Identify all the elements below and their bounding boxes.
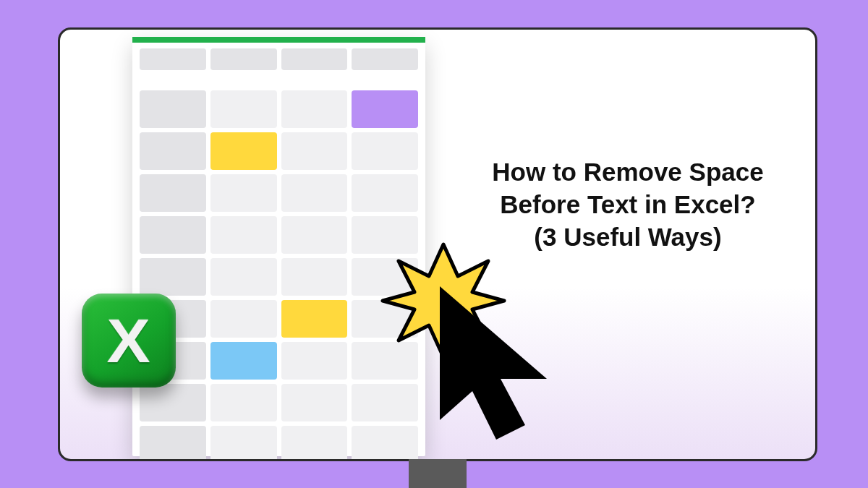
cell [281,216,348,254]
cell [281,342,348,380]
monitor-stand [409,459,467,488]
cell-highlight-yellow [281,300,348,338]
column-header [352,48,418,70]
cell [281,174,348,212]
cell [210,426,277,461]
column-header [210,48,277,70]
cell [281,426,348,461]
svg-marker-0 [440,286,547,440]
cell [281,258,348,296]
cell [140,426,206,461]
cell [140,258,206,296]
cell [140,90,206,128]
cursor-click-graphic [375,232,606,461]
sheet-accent-bar [132,37,425,43]
excel-x-letter: X [107,305,150,377]
cursor-arrow-icon [440,286,547,440]
title-line: How to Remove Space [454,156,801,189]
cell [352,174,418,212]
column-header [140,48,206,70]
cell [210,216,277,254]
cell [210,384,277,421]
cell [210,174,277,212]
cell-highlight-purple [352,90,418,128]
cell [281,132,348,170]
column-header [281,48,348,70]
excel-app-icon: X [82,294,176,388]
cell [140,384,206,421]
cell [210,90,277,128]
cell [140,216,206,254]
cell [210,300,277,338]
cell [352,132,418,170]
cell [140,174,206,212]
cell-highlight-yellow [210,132,277,170]
cell [281,90,348,128]
cell [140,132,206,170]
title-line: Before Text in Excel? [454,189,801,221]
monitor-frame: X How to Remove Space Before Text in Exc… [58,27,817,461]
cell-highlight-blue [210,342,277,380]
cell [281,384,348,421]
cell [210,258,277,296]
